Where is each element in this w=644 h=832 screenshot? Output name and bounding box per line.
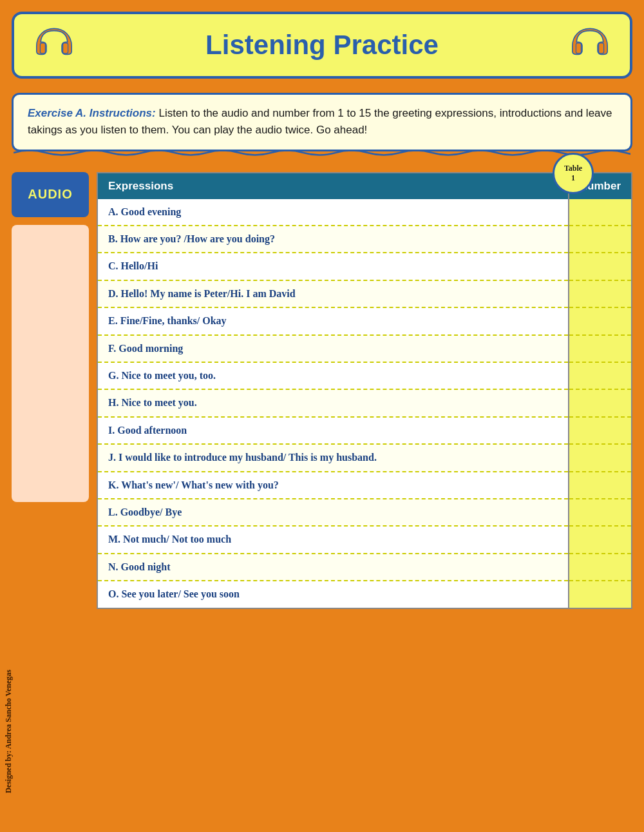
number-cell[interactable] [569, 417, 632, 444]
table-row: K. What's new'/ What's new with you? [97, 472, 632, 499]
expressions-table: Expressions Number A. Good eveningB. How… [97, 172, 632, 609]
expression-cell: F. Good morning [97, 335, 569, 362]
table-row: F. Good morning [97, 335, 632, 362]
table-row: M. Not much/ Not too much [97, 526, 632, 553]
number-cell[interactable] [569, 389, 632, 416]
expression-cell: J. I would like to introduce my husband/… [97, 444, 569, 471]
svg-rect-2 [576, 43, 581, 53]
expression-cell: H. Nice to meet you. [97, 389, 569, 416]
svg-rect-3 [599, 43, 604, 53]
table-row: N. Good night [97, 554, 632, 581]
number-cell[interactable] [569, 335, 632, 362]
expression-cell: N. Good night [97, 554, 569, 581]
instructions-label: Instructions: [90, 107, 156, 119]
table-badge: Table 1 [553, 153, 594, 194]
expression-cell: K. What's new'/ What's new with you? [97, 472, 569, 499]
number-cell[interactable] [569, 280, 632, 307]
main-content: AUDIO Table 1 Expressions Number A. Good… [12, 172, 632, 609]
number-cell[interactable] [569, 253, 632, 280]
expression-cell: D. Hello! My name is Peter/Hi. I am Davi… [97, 280, 569, 307]
exercise-label: Exercise A. [28, 107, 86, 119]
number-cell[interactable] [569, 444, 632, 471]
table-row: G. Nice to meet you, too. [97, 362, 632, 389]
table-row: L. Goodbye/ Bye [97, 499, 632, 526]
expression-cell: E. Fine/Fine, thanks/ Okay [97, 307, 569, 334]
table-row: H. Nice to meet you. [97, 389, 632, 416]
number-cell[interactable] [569, 362, 632, 389]
table-row: E. Fine/Fine, thanks/ Okay [97, 307, 632, 334]
number-cell[interactable] [569, 499, 632, 526]
headphone-left-icon [33, 24, 75, 66]
expression-cell: B. How are you? /How are you doing? [97, 226, 569, 253]
table-row: O. See you later/ See you soon [97, 581, 632, 608]
table-row: B. How are you? /How are you doing? [97, 226, 632, 253]
expression-cell: L. Goodbye/ Bye [97, 499, 569, 526]
table-row: I. Good afternoon [97, 417, 632, 444]
number-cell[interactable] [569, 554, 632, 581]
table-wrapper: Table 1 Expressions Number A. Good eveni… [97, 172, 632, 609]
audio-placeholder [12, 225, 89, 502]
audio-button[interactable]: AUDIO [12, 172, 89, 217]
table-row: J. I would like to introduce my husband/… [97, 444, 632, 471]
expression-cell: I. Good afternoon [97, 417, 569, 444]
expression-cell: C. Hello/Hi [97, 253, 569, 280]
svg-rect-1 [63, 43, 68, 53]
expression-cell: G. Nice to meet you, too. [97, 362, 569, 389]
table-row: D. Hello! My name is Peter/Hi. I am Davi… [97, 280, 632, 307]
number-cell[interactable] [569, 581, 632, 608]
page-header: Listening Practice [12, 12, 632, 79]
number-cell[interactable] [569, 472, 632, 499]
number-cell[interactable] [569, 307, 632, 334]
table-row: C. Hello/Hi [97, 253, 632, 280]
table-header: Expressions Number [97, 173, 632, 199]
page-title: Listening Practice [75, 30, 569, 61]
expression-cell: A. Good evening [97, 199, 569, 226]
headphone-right-icon [569, 24, 611, 66]
expression-cell: O. See you later/ See you soon [97, 581, 569, 608]
designed-by: Designed by: Andrea Sancho Venegas [4, 670, 14, 793]
col-expressions-header: Expressions [97, 173, 569, 199]
table-badge-line2: 1 [571, 173, 575, 183]
number-cell[interactable] [569, 199, 632, 226]
audio-panel: AUDIO [12, 172, 89, 502]
table-row: A. Good evening [97, 199, 632, 226]
number-cell[interactable] [569, 526, 632, 553]
table-badge-line1: Table [564, 164, 582, 173]
svg-rect-0 [40, 43, 45, 53]
expression-cell: M. Not much/ Not too much [97, 526, 569, 553]
instructions-box: Exercise A. Instructions: Listen to the … [12, 93, 632, 151]
number-cell[interactable] [569, 226, 632, 253]
